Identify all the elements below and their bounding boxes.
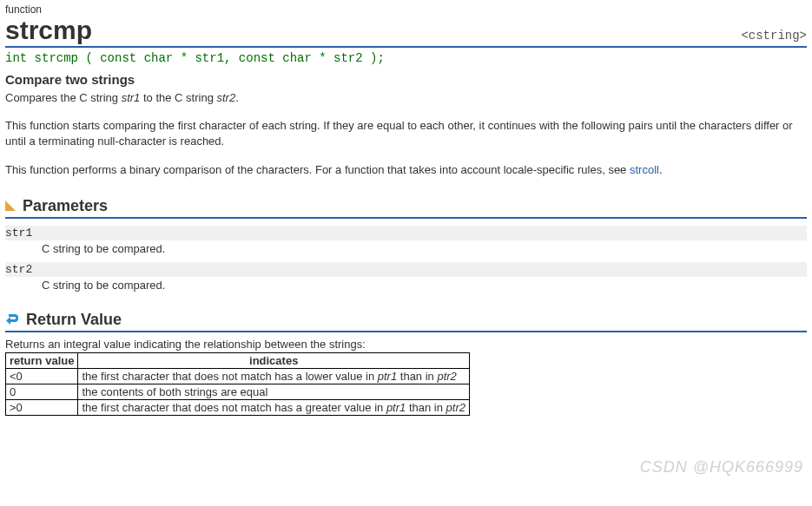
section-return-head: Return Value bbox=[5, 311, 807, 332]
category-label: function bbox=[5, 3, 807, 16]
table-row: >0 the first character that does not mat… bbox=[6, 399, 470, 415]
title-row: strcmp <cstring> bbox=[5, 16, 807, 48]
table-row: 0 the contents of both strings are equal bbox=[6, 384, 470, 399]
table-row: <0 the first character that does not mat… bbox=[6, 368, 470, 384]
description-2: This function starts comparing the first… bbox=[5, 118, 807, 149]
indicates-cell: the contents of both strings are equal bbox=[78, 384, 470, 399]
text: the contents of both strings are equal bbox=[82, 385, 267, 398]
arg-em: str2 bbox=[217, 91, 236, 104]
text: than in bbox=[406, 401, 446, 414]
section-parameters-head: Parameters bbox=[5, 197, 807, 219]
arg-em: str1 bbox=[122, 91, 141, 104]
arg-em: ptr2 bbox=[437, 370, 456, 383]
description-1: Compares the C string str1 to the C stri… bbox=[5, 90, 807, 106]
param-name: str1 bbox=[5, 226, 807, 240]
indicates-cell: the first character that does not match … bbox=[78, 399, 470, 415]
param-block: str2 C string to be compared. bbox=[5, 262, 807, 292]
arg-em: ptr2 bbox=[446, 401, 465, 414]
section-return-title: Return Value bbox=[26, 311, 122, 329]
subtitle: Compare two strings bbox=[5, 72, 807, 87]
text: This function performs a binary comparis… bbox=[5, 163, 630, 176]
strcoll-link[interactable]: strcoll bbox=[630, 163, 659, 176]
triangle-icon bbox=[5, 200, 16, 211]
table-header-row: return value indicates bbox=[6, 352, 470, 368]
return-arrow-icon bbox=[5, 312, 19, 326]
retval-cell: 0 bbox=[6, 384, 78, 399]
return-table: return value indicates <0 the first char… bbox=[5, 352, 470, 416]
header-include: <cstring> bbox=[741, 29, 807, 43]
text: . bbox=[235, 91, 239, 104]
return-intro: Returns an integral value indicating the… bbox=[5, 338, 807, 351]
text: than in bbox=[397, 370, 437, 383]
table-header-cell: indicates bbox=[78, 352, 470, 368]
retval-cell: >0 bbox=[6, 399, 78, 415]
text: . bbox=[659, 163, 663, 176]
prototype-line: int strcmp ( const char * str1, const ch… bbox=[5, 48, 807, 67]
indicates-cell: the first character that does not match … bbox=[78, 368, 470, 384]
text: the first character that does not match … bbox=[82, 370, 377, 383]
description-3: This function performs a binary comparis… bbox=[5, 162, 807, 178]
retval-cell: <0 bbox=[6, 368, 78, 384]
param-desc: C string to be compared. bbox=[42, 242, 807, 255]
param-block: str1 C string to be compared. bbox=[5, 226, 807, 255]
table-header-cell: return value bbox=[6, 352, 78, 368]
section-parameters-title: Parameters bbox=[23, 197, 108, 215]
page-title: strcmp bbox=[5, 16, 92, 44]
text: the first character that does not match … bbox=[82, 401, 386, 414]
arg-em: ptr1 bbox=[378, 370, 397, 383]
text: Compares the C string bbox=[5, 91, 122, 104]
param-desc: C string to be compared. bbox=[42, 279, 807, 292]
arg-em: ptr1 bbox=[386, 401, 406, 414]
param-name: str2 bbox=[5, 262, 807, 277]
text: to the C string bbox=[140, 91, 216, 104]
